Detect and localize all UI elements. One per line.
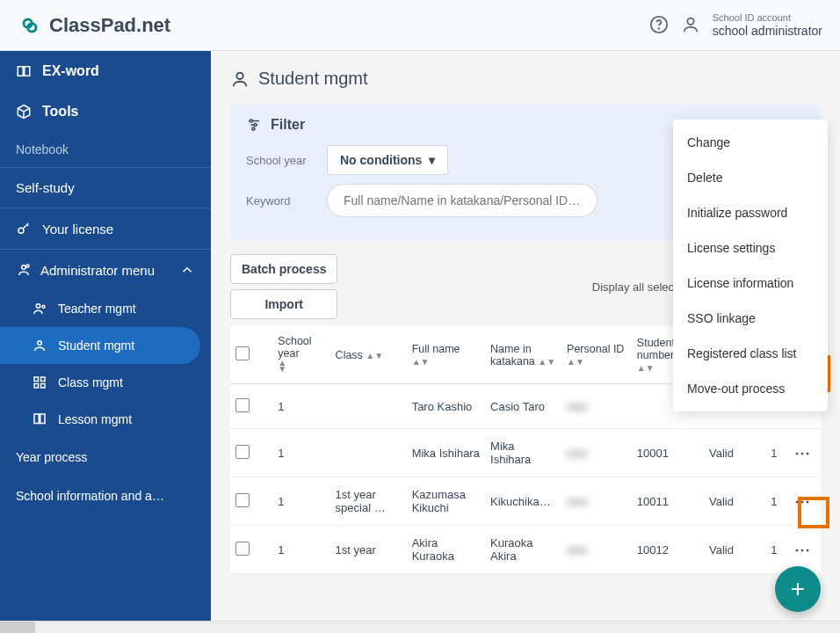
- sidebar-item-year-process[interactable]: Year process: [0, 438, 211, 477]
- plus-icon: +: [791, 575, 805, 603]
- student-icon: [230, 69, 250, 89]
- sort-icon: ▲▼: [538, 359, 555, 365]
- brand[interactable]: ClassPad.net: [18, 13, 170, 38]
- dictionary-icon: [16, 63, 32, 79]
- cell-class: [330, 429, 407, 477]
- brand-icon: [18, 13, 42, 38]
- col-full-name[interactable]: Full name▲▼: [407, 326, 485, 384]
- svg-rect-10: [41, 377, 46, 382]
- brand-text: ClassPad.net: [49, 14, 170, 37]
- account-info[interactable]: School ID account school administrator: [713, 12, 822, 39]
- admin-icon: [16, 262, 32, 278]
- sidebar-item-tools[interactable]: Tools: [0, 91, 211, 132]
- row-checkbox[interactable]: [235, 445, 250, 459]
- sidebar-item-selfstudy[interactable]: Self-study: [0, 168, 211, 207]
- sidebar-item-school-info[interactable]: School information and a…: [0, 477, 211, 515]
- svg-point-5: [26, 265, 29, 267]
- filter-label-schoolyear: School year: [246, 154, 315, 167]
- sidebar-item-class-mgmt[interactable]: Class mgmt: [0, 364, 211, 401]
- app-header: ClassPad.net School ID account school ad…: [0, 0, 840, 51]
- menu-registered-class-list[interactable]: Registered class list: [673, 336, 828, 371]
- help-icon[interactable]: [649, 15, 669, 34]
- col-class[interactable]: Class ▲▼: [330, 326, 407, 384]
- menu-moveout-process[interactable]: Move-out process: [673, 371, 828, 406]
- col-school-year[interactable]: School year▲▼: [272, 326, 329, 384]
- menu-initialize-password[interactable]: Initialize password: [673, 195, 828, 230]
- col-katakana[interactable]: Name in katakana ▲▼: [485, 326, 561, 384]
- sidebar: EX-word Tools Notebook Self-study Your l…: [0, 51, 211, 633]
- menu-sso-linkage[interactable]: SSO linkage: [673, 301, 828, 336]
- menu-change[interactable]: Change: [673, 125, 828, 160]
- cell-katakana: Casio Taro: [485, 384, 561, 429]
- row-actions-button[interactable]: ⋯: [791, 490, 813, 513]
- main-content: Student mgmt Filter School year No condi…: [211, 51, 840, 633]
- filter-label-keyword: Keyword: [246, 194, 315, 207]
- sidebar-item-teacher-mgmt[interactable]: Teacher mgmt: [0, 290, 211, 327]
- cell-sid: 10011: [632, 477, 704, 526]
- school-year-select[interactable]: No conditions ▾: [327, 145, 448, 175]
- sort-icon: ▲▼: [637, 365, 655, 371]
- cell-pid: ■■■: [561, 477, 632, 526]
- sidebar-item-notebook[interactable]: Notebook: [0, 132, 211, 167]
- box-icon: [16, 104, 32, 120]
- sort-icon: ▲▼: [278, 360, 286, 372]
- horizontal-scrollbar[interactable]: [0, 621, 840, 633]
- row-checkbox[interactable]: [235, 398, 250, 412]
- user-icon[interactable]: [681, 15, 700, 34]
- cell-fullname: Kazumasa Kikuchi: [407, 477, 485, 526]
- row-checkbox[interactable]: [235, 493, 250, 507]
- sidebar-item-lesson-mgmt[interactable]: Lesson mgmt: [0, 401, 211, 438]
- row-checkbox[interactable]: [235, 542, 250, 556]
- batch-process-button[interactable]: Batch process: [230, 254, 337, 284]
- select-all-checkbox[interactable]: [235, 346, 250, 360]
- svg-point-6: [36, 304, 40, 309]
- cell-status: Valid: [704, 477, 753, 526]
- svg-point-15: [254, 124, 257, 127]
- sidebar-admin-menu[interactable]: Administrator menu: [0, 250, 211, 290]
- cell-pid: ■■■: [561, 526, 632, 574]
- col-personal-id[interactable]: Personal ID ▲▼: [561, 326, 632, 384]
- cell-year: 1: [272, 526, 329, 574]
- svg-point-3: [18, 228, 24, 233]
- cell-katakana: Mika Ishihara: [485, 429, 561, 477]
- school-year-value: No conditions: [340, 153, 422, 167]
- menu-delete[interactable]: Delete: [673, 160, 828, 195]
- cell-class: 1st year: [330, 526, 407, 574]
- page-title-text: Student mgmt: [258, 69, 368, 89]
- table-row: 11st yearAkira KuraokaKuraoka Akira■■■10…: [230, 526, 821, 574]
- cell-count: 1: [753, 526, 783, 574]
- svg-point-4: [22, 266, 26, 270]
- cell-fullname: Mika Ishihara: [407, 429, 485, 477]
- menu-license-info[interactable]: License information: [673, 266, 828, 301]
- cell-year: 1: [272, 429, 329, 477]
- chevron-up-icon: [179, 262, 195, 278]
- sidebar-item-license[interactable]: Your license: [0, 208, 211, 249]
- sort-icon: ▲▼: [412, 359, 430, 365]
- sort-icon: ▲▼: [366, 353, 383, 359]
- cell-fullname: Taro Kashio: [407, 384, 485, 429]
- add-button[interactable]: +: [775, 566, 821, 612]
- svg-rect-9: [34, 377, 39, 382]
- row-actions-button[interactable]: ⋯: [791, 538, 813, 561]
- sidebar-item-student-mgmt[interactable]: Student mgmt: [0, 327, 200, 364]
- page-title: Student mgmt: [230, 69, 821, 89]
- keyword-input[interactable]: [327, 184, 597, 217]
- class-icon: [32, 375, 47, 390]
- cell-sid: 10001: [632, 429, 704, 477]
- sidebar-label-tools: Tools: [42, 104, 78, 120]
- table-row: 1Mika IshiharaMika Ishihara■■■10001Valid…: [230, 429, 821, 477]
- cell-count: 1: [753, 429, 783, 477]
- svg-point-8: [38, 341, 42, 346]
- account-label: School ID account: [713, 12, 822, 24]
- sidebar-item-exword[interactable]: EX-word: [0, 51, 211, 91]
- sidebar-label-lesson: Lesson mgmt: [58, 412, 132, 426]
- table-row: 11st year special …Kazumasa KikuchiKikuc…: [230, 477, 821, 526]
- cell-status: Valid: [704, 526, 753, 574]
- cell-pid: ■■■: [561, 429, 632, 477]
- row-actions-button[interactable]: ⋯: [791, 441, 813, 464]
- import-button[interactable]: Import: [230, 289, 337, 319]
- menu-license-settings[interactable]: License settings: [673, 230, 828, 266]
- sidebar-label-student: Student mgmt: [58, 338, 134, 353]
- sidebar-label-teacher: Teacher mgmt: [58, 302, 136, 316]
- svg-point-2: [687, 18, 693, 25]
